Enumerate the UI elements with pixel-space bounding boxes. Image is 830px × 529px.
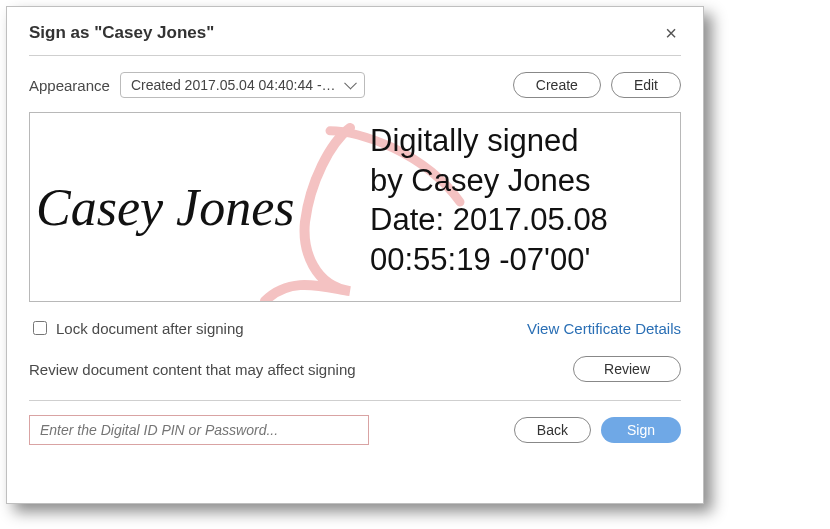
- pin-password-input[interactable]: [29, 415, 369, 445]
- footer-row: Back Sign: [29, 415, 681, 445]
- close-icon[interactable]: ×: [661, 21, 681, 45]
- appearance-row: Appearance Created 2017.05.04 04:40:44 -…: [29, 72, 681, 98]
- dialog-title: Sign as "Casey Jones": [29, 23, 214, 43]
- signature-name-script: Casey Jones: [36, 178, 294, 237]
- sign-button[interactable]: Sign: [601, 417, 681, 443]
- review-label: Review document content that may affect …: [29, 361, 356, 378]
- lock-checkbox-label[interactable]: Lock document after signing: [29, 318, 244, 338]
- footer-buttons: Back Sign: [514, 417, 681, 443]
- divider: [29, 400, 681, 401]
- signature-detail-line: 00:55:19 -07'00': [370, 240, 674, 280]
- appearance-label: Appearance: [29, 77, 110, 94]
- lock-row: Lock document after signing View Certifi…: [29, 318, 681, 338]
- sign-dialog: Sign as "Casey Jones" × Appearance Creat…: [6, 6, 704, 504]
- back-button[interactable]: Back: [514, 417, 591, 443]
- signature-detail-line: Digitally signed: [370, 121, 674, 161]
- appearance-selected-value: Created 2017.05.04 04:40:44 -07'...: [131, 77, 352, 93]
- signature-preview: Casey Jones Digitally signed by Casey Jo…: [29, 112, 681, 302]
- appearance-dropdown[interactable]: Created 2017.05.04 04:40:44 -07'...: [120, 72, 365, 98]
- signature-detail-block: Digitally signed by Casey Jones Date: 20…: [370, 121, 674, 280]
- lock-checkbox[interactable]: [33, 321, 47, 335]
- signature-detail-line: Date: 2017.05.08: [370, 200, 674, 240]
- create-button[interactable]: Create: [513, 72, 601, 98]
- dialog-header: Sign as "Casey Jones" ×: [29, 21, 681, 56]
- view-certificate-link[interactable]: View Certificate Details: [527, 320, 681, 337]
- review-row: Review document content that may affect …: [29, 356, 681, 382]
- lock-label-text: Lock document after signing: [56, 320, 244, 337]
- review-button[interactable]: Review: [573, 356, 681, 382]
- signature-detail-line: by Casey Jones: [370, 161, 674, 201]
- edit-button[interactable]: Edit: [611, 72, 681, 98]
